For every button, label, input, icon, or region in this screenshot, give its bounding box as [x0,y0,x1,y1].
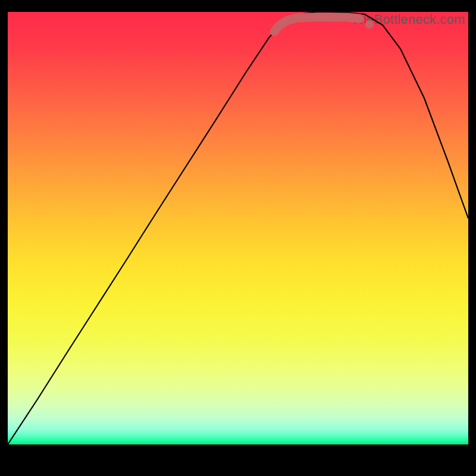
plot-area: TheBottleneck.com [8,12,468,444]
chart-frame: TheBottleneck.com [8,12,468,468]
marker-band [274,17,359,32]
curve-line [8,12,468,444]
marker-dot [365,20,374,29]
bottleneck-curve [8,12,468,444]
